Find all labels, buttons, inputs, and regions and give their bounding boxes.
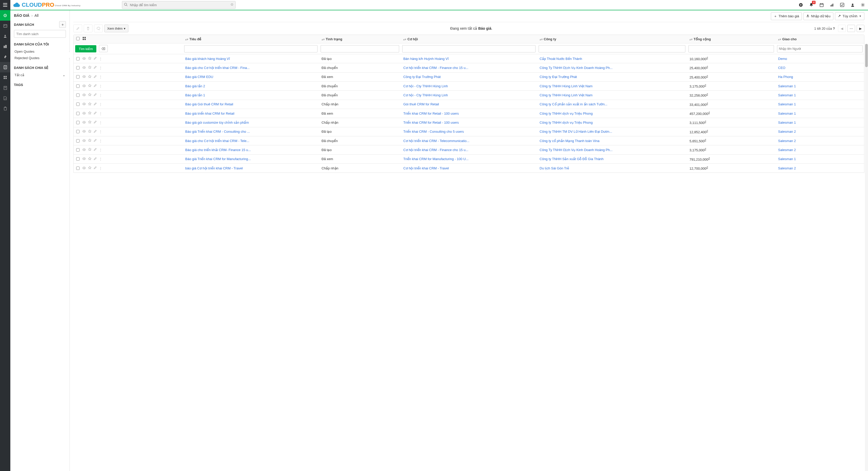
calendar-icon[interactable]: [816, 0, 827, 10]
row-menu-icon[interactable]: ⋮: [99, 166, 102, 170]
star-icon[interactable]: [88, 66, 91, 70]
row-menu-icon[interactable]: ⋮: [99, 139, 102, 143]
row-title-link[interactable]: Báo giá lần 2: [185, 84, 205, 88]
row-company-link[interactable]: Công Ty TNHH Dịch Vụ Kinh Doanh Hoàng Ph…: [540, 66, 613, 70]
search-dropdown-icon[interactable]: [230, 3, 234, 7]
edit-icon[interactable]: [94, 148, 97, 152]
edit-icon[interactable]: [94, 166, 97, 170]
view-icon[interactable]: [82, 66, 86, 70]
row-checkbox[interactable]: [76, 148, 80, 152]
shared-list-select[interactable]: Tất cả ⌄: [14, 72, 66, 78]
delete-button[interactable]: [84, 25, 92, 32]
row-checkbox[interactable]: [76, 112, 80, 115]
row-menu-icon[interactable]: ⋮: [99, 112, 102, 116]
row-assigned-link[interactable]: Salesman 1: [778, 121, 796, 124]
breadcrumb-module[interactable]: BÁO GIÁ: [14, 13, 29, 18]
row-opportunity-link[interactable]: Gói thuê CRM for Retail: [403, 102, 439, 106]
row-opportunity-link[interactable]: Triển khai CRM for Retail - 100 users: [403, 112, 459, 116]
vertical-scrollbar[interactable]: [865, 44, 868, 471]
add-list-button[interactable]: ＋: [59, 21, 66, 28]
row-checkbox[interactable]: [76, 157, 80, 161]
row-assigned-link[interactable]: Salesman 1: [778, 157, 796, 161]
view-icon[interactable]: [82, 102, 86, 106]
edit-icon[interactable]: [94, 157, 97, 161]
add-icon[interactable]: [796, 0, 806, 10]
view-icon[interactable]: [82, 157, 86, 161]
row-title-link[interactable]: Báo giá triển khai CRM for Retail: [185, 112, 234, 116]
col-header-company[interactable]: ▴▾Công ty: [537, 35, 687, 43]
row-opportunity-link[interactable]: Cơ hội triển khai CRM - Finance cho 15 u…: [403, 66, 468, 70]
add-quote-button[interactable]: ＋ Thêm báo giá: [771, 12, 802, 20]
row-menu-icon[interactable]: ⋮: [99, 75, 102, 79]
next-page-button[interactable]: ▶: [857, 25, 864, 32]
rail-invoices[interactable]: [0, 83, 10, 93]
star-icon[interactable]: [88, 130, 91, 134]
filter-status-input[interactable]: [320, 45, 399, 53]
edit-icon[interactable]: [94, 84, 97, 88]
filter-search-button[interactable]: Tìm kiếm: [75, 45, 96, 53]
user-icon[interactable]: [847, 0, 858, 10]
row-menu-icon[interactable]: ⋮: [99, 57, 102, 61]
row-opportunity-link[interactable]: Triển khai CRM for Manufacturing - 100 U…: [403, 157, 468, 161]
filter-clear-button[interactable]: [99, 45, 108, 52]
filter-total-input[interactable]: [688, 45, 774, 53]
global-search-input[interactable]: [122, 1, 236, 9]
edit-icon[interactable]: [94, 75, 97, 79]
edit-icon[interactable]: [94, 111, 97, 116]
view-icon[interactable]: [82, 75, 86, 79]
edit-icon[interactable]: [94, 57, 97, 61]
row-checkbox[interactable]: [76, 66, 80, 69]
row-company-link[interactable]: Công ty Cổ phần sản xuất in ấn sách Tườn…: [540, 102, 607, 106]
row-checkbox[interactable]: [76, 57, 80, 60]
prev-page-button[interactable]: ◀: [838, 25, 846, 32]
row-assigned-link[interactable]: Salesman 2: [778, 139, 796, 143]
row-title-link[interactable]: Báo giá khách hàng Hoàng Vĩ: [185, 57, 230, 61]
col-header-title[interactable]: ▴▾Tiêu đề: [183, 35, 319, 43]
row-assigned-link[interactable]: Salesman 1: [778, 84, 796, 88]
star-icon[interactable]: [88, 139, 91, 143]
star-icon[interactable]: [88, 84, 91, 88]
row-company-link[interactable]: Công ty TNHH dịch vụ Triệu Phong: [540, 112, 593, 116]
sidebar-list-item[interactable]: Rejected Quotes: [14, 55, 66, 61]
row-assigned-link[interactable]: Ha Phong: [778, 75, 793, 79]
row-checkbox[interactable]: [76, 130, 80, 133]
row-title-link[interactable]: Báo giá Triển khai CRM - Consulting cho …: [185, 130, 250, 133]
notification-icon[interactable]: 4: [806, 0, 816, 10]
filter-assigned-input[interactable]: [777, 45, 863, 53]
row-menu-icon[interactable]: ⋮: [99, 66, 102, 70]
rail-accounts[interactable]: [0, 31, 10, 41]
view-icon[interactable]: [82, 121, 86, 124]
rail-deals[interactable]: [0, 52, 10, 62]
row-title-link[interactable]: Báo giá lần 1: [185, 93, 205, 97]
col-header-status[interactable]: ▴▾Tình trạng: [319, 35, 401, 43]
star-icon[interactable]: [88, 166, 91, 170]
row-menu-icon[interactable]: ⋮: [99, 93, 102, 97]
edit-icon[interactable]: [94, 120, 97, 124]
row-company-link[interactable]: Công ty TNHH dịch vụ Triệu Phong: [540, 121, 593, 124]
col-header-assigned[interactable]: ▴▾Giao cho: [776, 35, 864, 43]
col-header-opportunity[interactable]: ▴▾Cơ hội: [401, 35, 537, 43]
row-title-link[interactable]: Báo giá cho triển khải CRM- Finance 15 u…: [185, 148, 251, 152]
row-menu-icon[interactable]: ⋮: [99, 157, 102, 161]
row-menu-icon[interactable]: ⋮: [99, 148, 102, 152]
report-icon[interactable]: [827, 0, 837, 10]
check-icon[interactable]: [837, 0, 847, 10]
row-opportunity-link[interactable]: Cơ hội triển khai CRM - Telecommunicatio…: [403, 139, 469, 143]
row-company-link[interactable]: Công Ty TNHH Dịch Vụ Kinh Doanh Hoàng Ph…: [540, 148, 613, 152]
row-assigned-link[interactable]: Salesman 2: [778, 148, 796, 152]
row-company-link[interactable]: Công ty Đại Trường Phát: [540, 75, 577, 79]
star-icon[interactable]: [88, 120, 91, 124]
edit-button[interactable]: [73, 25, 82, 32]
row-company-link[interactable]: Công ty TNHH Hùng Linh Việt Nam: [540, 84, 593, 88]
row-title-link[interactable]: báo giá Cơ hội triển khai CRM - Travel: [185, 166, 243, 170]
row-opportunity-link[interactable]: Triển khai CRM for Retail - 100 users: [403, 121, 459, 124]
rail-contacts[interactable]: [0, 21, 10, 31]
view-icon[interactable]: [82, 148, 86, 152]
row-title-link[interactable]: Báo giá Triển khai CRM for Manufacturing…: [185, 157, 251, 161]
row-company-link[interactable]: Công ty TNHH Sản xuất Gỗ Đỗ Gia Thành: [540, 157, 604, 161]
rail-buildings[interactable]: [0, 41, 10, 52]
row-opportunity-link[interactable]: Bán hàng k/h Huỳnh Hoàng Vĩ: [403, 57, 449, 61]
row-menu-icon[interactable]: ⋮: [99, 121, 102, 124]
row-assigned-link[interactable]: Salesman 1: [778, 112, 796, 116]
filter-company-input[interactable]: [538, 45, 685, 53]
